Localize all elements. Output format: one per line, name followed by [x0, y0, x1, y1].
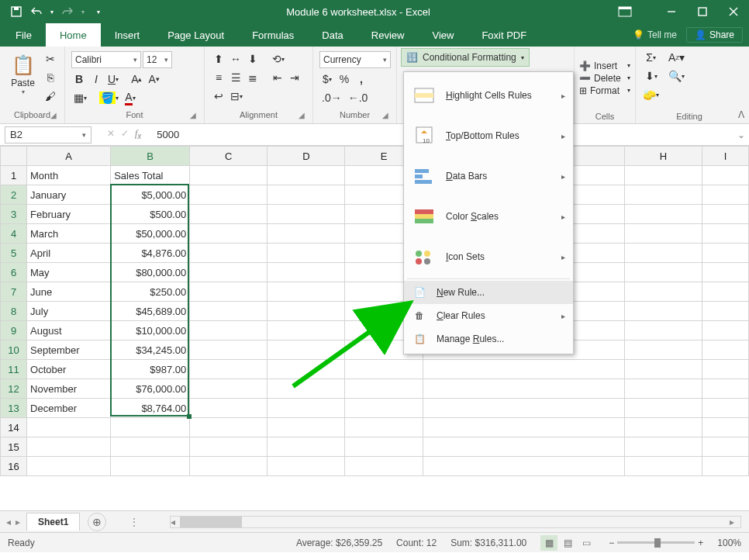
- cell[interactable]: [190, 302, 268, 321]
- zoom-out-button[interactable]: −: [609, 538, 614, 548]
- cell[interactable]: [268, 360, 345, 379]
- copy-button[interactable]: ⎘: [43, 70, 58, 85]
- collapse-ribbon-icon[interactable]: ᐱ: [738, 109, 744, 120]
- increase-decimal-button[interactable]: .0→: [319, 90, 344, 105]
- minimize-button[interactable]: [656, 0, 687, 23]
- number-format-combo[interactable]: Currency▾: [319, 51, 391, 68]
- cell[interactable]: September: [27, 340, 111, 360]
- redo-dropdown-icon[interactable]: ▾: [79, 3, 87, 20]
- tab-formulas[interactable]: Formulas: [238, 23, 308, 47]
- cell[interactable]: [111, 418, 190, 437]
- row-header[interactable]: 15: [1, 437, 27, 457]
- cell[interactable]: [268, 185, 345, 205]
- cell[interactable]: [190, 399, 268, 418]
- menu-data-bars[interactable]: Data Bars ▸: [404, 156, 573, 196]
- cell[interactable]: July: [27, 302, 111, 321]
- cell[interactable]: June: [27, 282, 111, 302]
- worksheet-grid[interactable]: A B C D E H I 1MonthSales Total2January$…: [0, 146, 749, 510]
- sheet-nav-prev-icon[interactable]: ◂: [6, 517, 11, 527]
- cell[interactable]: $10,000.00: [111, 321, 190, 340]
- cell[interactable]: [624, 379, 702, 399]
- tab-data[interactable]: Data: [308, 23, 357, 47]
- underline-button[interactable]: U▾: [105, 71, 121, 87]
- tab-file[interactable]: File: [2, 23, 46, 47]
- menu-clear-rules[interactable]: 🗑 Clear Rules ▸: [404, 304, 573, 327]
- align-top-button[interactable]: ⬆: [211, 51, 226, 67]
- cell[interactable]: April: [27, 244, 111, 263]
- cell[interactable]: [268, 302, 345, 321]
- cell[interactable]: [268, 340, 345, 360]
- percent-button[interactable]: %: [337, 71, 352, 87]
- cell[interactable]: [190, 418, 268, 437]
- cell[interactable]: [702, 302, 748, 321]
- format-painter-button[interactable]: 🖌: [43, 88, 58, 104]
- merge-center-button[interactable]: ⊟▾: [228, 88, 245, 104]
- column-header-B[interactable]: B: [111, 147, 190, 166]
- close-button[interactable]: [718, 0, 749, 23]
- row-header[interactable]: 11: [1, 360, 27, 379]
- qat-customize-icon[interactable]: ▾: [90, 3, 107, 20]
- cell[interactable]: [702, 399, 748, 418]
- delete-cells-button[interactable]: ➖Delete▾: [579, 73, 630, 84]
- align-left-button[interactable]: ≡: [211, 70, 226, 85]
- cell[interactable]: [190, 205, 268, 224]
- cell[interactable]: [624, 282, 702, 302]
- undo-dropdown-icon[interactable]: ▾: [48, 3, 56, 20]
- cell[interactable]: [190, 437, 268, 457]
- insert-cells-button[interactable]: ➕Insert▾: [579, 60, 630, 71]
- cell[interactable]: [190, 379, 268, 399]
- cell[interactable]: $76,000.00: [111, 379, 190, 399]
- cell[interactable]: [702, 437, 748, 457]
- cell[interactable]: [702, 244, 748, 263]
- cell[interactable]: March: [27, 224, 111, 244]
- row-header[interactable]: 6: [1, 263, 27, 282]
- cell[interactable]: [423, 418, 624, 437]
- column-header-D[interactable]: D: [268, 147, 345, 166]
- row-header[interactable]: 14: [1, 418, 27, 437]
- column-header-H[interactable]: H: [624, 147, 702, 166]
- cell[interactable]: [624, 244, 702, 263]
- zoom-in-button[interactable]: +: [698, 538, 703, 548]
- cell[interactable]: $45,689.00: [111, 302, 190, 321]
- column-header-C[interactable]: C: [190, 147, 268, 166]
- align-bottom-button[interactable]: ⬇: [245, 51, 261, 67]
- share-button[interactable]: 👤 Share: [686, 27, 743, 43]
- cell[interactable]: [190, 360, 268, 379]
- cell[interactable]: [190, 185, 268, 205]
- cell[interactable]: [268, 437, 345, 457]
- cell[interactable]: [702, 340, 748, 360]
- cell[interactable]: [190, 263, 268, 282]
- column-header-I[interactable]: I: [702, 147, 748, 166]
- sheet-tab[interactable]: Sheet1: [26, 513, 80, 531]
- row-header[interactable]: 9: [1, 321, 27, 340]
- cell[interactable]: [345, 379, 423, 399]
- row-header[interactable]: 16: [1, 457, 27, 476]
- align-right-button[interactable]: ≣: [245, 70, 261, 85]
- horizontal-scrollbar[interactable]: ◂ ▸: [170, 516, 741, 528]
- maximize-button[interactable]: [687, 0, 718, 23]
- cell[interactable]: [345, 457, 423, 476]
- increase-font-button[interactable]: A▴: [129, 71, 144, 87]
- redo-button[interactable]: [59, 3, 76, 20]
- cell[interactable]: [624, 205, 702, 224]
- cell[interactable]: $987.00: [111, 360, 190, 379]
- cell[interactable]: [702, 224, 748, 244]
- cell[interactable]: [702, 282, 748, 302]
- scroll-right-icon[interactable]: ▸: [730, 517, 740, 527]
- row-header[interactable]: 8: [1, 302, 27, 321]
- view-page-layout-button[interactable]: ▤: [559, 535, 576, 551]
- sheet-nav-next-icon[interactable]: ▸: [16, 517, 20, 527]
- cell[interactable]: $80,000.00: [111, 263, 190, 282]
- cell[interactable]: August: [27, 321, 111, 340]
- cell[interactable]: [624, 224, 702, 244]
- align-middle-button[interactable]: ↔: [228, 51, 243, 67]
- cell[interactable]: [624, 166, 702, 185]
- paste-button[interactable]: 📋 Paste ▾: [6, 50, 40, 95]
- cell[interactable]: [111, 457, 190, 476]
- zoom-thumb[interactable]: [654, 538, 661, 548]
- row-header[interactable]: 1: [1, 166, 27, 185]
- row-header[interactable]: 12: [1, 379, 27, 399]
- row-header[interactable]: 4: [1, 224, 27, 244]
- font-name-combo[interactable]: Calibri▾: [71, 51, 141, 68]
- tab-insert[interactable]: Insert: [101, 23, 154, 47]
